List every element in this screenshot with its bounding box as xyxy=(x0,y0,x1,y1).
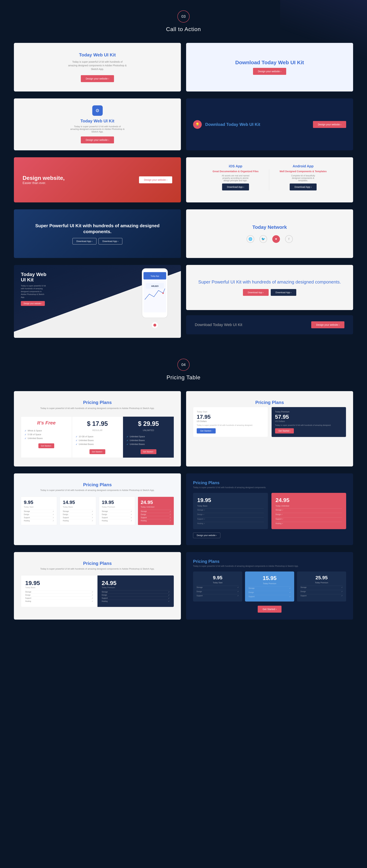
cta-7-content: Super Powerful UI Kit with hundreds of a… xyxy=(23,223,172,245)
pricing-card-6: Pricing Plans Today is super powerful UI… xyxy=(186,552,353,620)
pricing-unlimited-btn[interactable]: Get Started › xyxy=(141,449,157,454)
pricing-regular-btn[interactable]: Get Started › xyxy=(89,449,105,454)
p5-pf4: Hosting✓ xyxy=(102,600,170,603)
p6-uf3: Support✓ xyxy=(301,594,343,597)
p5-prem-label: Today Premium xyxy=(102,586,170,589)
pricing-premium-unit: US Dollars xyxy=(275,420,343,423)
cta-6-ios-btn[interactable]: Download App › xyxy=(222,184,249,190)
cta-col-right: Super Powerful UI Kit with hundreds of a… xyxy=(186,265,353,338)
phone-mockup-illustration: Today App 445,823 xyxy=(132,267,177,336)
p5-premium: 24.95 Today Premium Storage✓ Design✓ Sup… xyxy=(97,576,174,607)
cta-6-android-subtitle: Well Designed Components & Templates xyxy=(280,170,327,173)
network-icon-facebook[interactable]: f xyxy=(285,235,293,243)
cta-3-button[interactable]: Design your website › xyxy=(81,136,114,144)
p5-f1: Storage✓ xyxy=(25,590,93,593)
section-number-04: 04 xyxy=(181,363,186,367)
p5-pf3: Support✓ xyxy=(102,596,170,600)
pricing-premium-name: Today Premium xyxy=(275,410,343,413)
cta-1-button[interactable]: Design your website › xyxy=(81,75,114,82)
cta-6-android-btn[interactable]: Download App › xyxy=(290,184,317,190)
cta-8-title: Today Network xyxy=(252,224,287,230)
cta-4-content: 💡 Download Today Web UI Kit xyxy=(193,120,260,129)
p4d-f1: Storage ✓ xyxy=(197,508,264,512)
p5-f4: Hosting✓ xyxy=(25,600,93,603)
cta-11-title: Download Today Web UI Kit xyxy=(195,322,242,327)
svg-point-8 xyxy=(153,323,157,327)
cta-row-4: Super Powerful UI Kit with hundreds of a… xyxy=(14,209,353,258)
cta-card-5: Design website, Easier than ever. Design… xyxy=(14,157,181,203)
p4-start: 9.95 Today Start Storage✓ Design✓ Suppor… xyxy=(21,497,57,525)
pricing-row-2: Pricing Plans Today is super powerful UI… xyxy=(14,473,353,545)
p4-basic-f4: Hosting✓ xyxy=(63,519,93,522)
puf-3: ✓Unlimited Bases xyxy=(126,442,170,446)
p6-uf2: Design✓ xyxy=(301,590,343,593)
pricing-regular-val: $ 17.95 xyxy=(87,420,108,427)
p4-basic-val: 14.95 xyxy=(63,500,93,505)
p6-uf1: Storage✓ xyxy=(301,586,343,589)
cta-7-btn1[interactable]: Download App › xyxy=(73,238,96,244)
svg-point-4 xyxy=(162,292,164,294)
cta-7-title: Super Powerful UI Kit with hundreds of a… xyxy=(23,223,172,235)
pricing-1-tiers: It's Free ✓Whois & Space ✓5 GB of Space … xyxy=(21,416,174,458)
cta-row-2: ⚙ Today Web UI Kit Today is super powerf… xyxy=(14,98,353,150)
p5-pf2: Design✓ xyxy=(102,593,170,596)
section-title-03: Call to Action xyxy=(166,26,201,32)
cta-9-btn[interactable]: Design your website › xyxy=(21,301,45,306)
cta-8-network-icons: 🌐 🐦 ♥ f xyxy=(247,235,293,243)
pricing-card-2: Pricing Plans Today Start 17.95 US Dolla… xyxy=(186,391,353,466)
cta-7-buttons: Download App › Download App › xyxy=(23,238,172,244)
p6-ultimate: 25.95 Today Premium Storage✓ Design✓ Sup… xyxy=(297,571,346,601)
pricing-start-btn[interactable]: Get Started › xyxy=(197,428,216,433)
section-number-circle-04: 04 xyxy=(177,359,190,371)
cta-card-7: Super Powerful UI Kit with hundreds of a… xyxy=(14,209,181,258)
app-divider xyxy=(269,169,269,190)
pricing-free-features: ✓Whois & Space ✓5 GB of Space ✓Unlimited… xyxy=(25,429,68,440)
p5-basic-label: Today Basic xyxy=(25,586,93,589)
pricing-free-btn[interactable]: Get Started › xyxy=(38,443,54,448)
p4d-f2: Design ✓ xyxy=(197,513,264,516)
pricing-5-title: Pricing Plans xyxy=(21,561,174,566)
network-icon-globe[interactable]: 🌐 xyxy=(247,235,254,243)
p4-unlimited-f3: Support✓ xyxy=(141,516,171,519)
pricing-3-cols: 9.95 Today Start Storage✓ Design✓ Suppor… xyxy=(21,497,174,525)
network-icon-heart[interactable]: ♥ xyxy=(272,235,280,243)
pricing-6-btn[interactable]: Get Started › xyxy=(258,606,281,613)
pricing-card-5: Pricing Plans Today is super powerful UI… xyxy=(14,552,181,620)
p4-basic-label: Today Basic xyxy=(63,506,93,508)
cta-2-button[interactable]: Design your website › xyxy=(253,68,286,75)
p6-premium: 15.95 Today Premium Storage✓ Design✓ Sup… xyxy=(245,571,294,601)
p4-start-f3: Support✓ xyxy=(24,516,54,519)
pricing-4-btn-design[interactable]: Design your website › xyxy=(193,533,220,538)
pricing-premium: Today Premium 57.95 US Dollars Today is … xyxy=(272,407,346,437)
cta-5-button[interactable]: Design your website › xyxy=(139,176,172,183)
p4-premium: 19.95 Today Premium Storage✓ Design✓ Sup… xyxy=(99,497,135,525)
pricing-premium-val: 57.95 xyxy=(275,414,343,420)
cta-card-10: Super Powerful UI Kit with hundreds of a… xyxy=(186,265,353,310)
network-icon-twitter[interactable]: 🐦 xyxy=(259,235,267,243)
pricing-row-3: Pricing Plans Today is super powerful UI… xyxy=(14,552,353,620)
p6-start: 9.95 Today Start Storage✓ Design✓ Suppor… xyxy=(193,571,242,601)
prf-1: ✓10 GB of Space xyxy=(76,435,119,438)
pricing-premium-btn[interactable]: Get Started › xyxy=(275,428,294,433)
pricing-4-title: Pricing Plans xyxy=(193,480,346,485)
p4d-uf2: Design ✓ xyxy=(276,513,342,516)
p4-unlimited-val: 24.95 xyxy=(141,500,171,505)
cta-10-btn1[interactable]: Download App › xyxy=(243,289,269,296)
cta-4-button[interactable]: Design your website › xyxy=(313,121,346,128)
pricing-6-cols: 9.95 Today Start Storage✓ Design✓ Suppor… xyxy=(193,571,346,601)
pricing-2-title: Pricing Plans xyxy=(193,400,346,405)
cta-6-ios: iOS App Great Documentation & Organized … xyxy=(213,164,259,190)
cta-7-btn2[interactable]: Download App › xyxy=(98,238,122,244)
pricing-6-btn-wrap: Get Started › xyxy=(193,606,346,613)
p4-unlimited-f2: Design✓ xyxy=(141,513,171,516)
p4d-unl-label: Today Unlimited xyxy=(276,505,342,507)
p6-ult-val: 25.95 xyxy=(315,575,328,581)
p6-sf2: Design✓ xyxy=(197,590,239,593)
cta-5-title: Design website, xyxy=(23,175,65,181)
pricing-4-btns: Design your website › xyxy=(193,533,346,538)
p6-sf1: Storage✓ xyxy=(197,586,239,589)
cta-11-btn[interactable]: Design your website › xyxy=(311,321,344,328)
cta-10-title: Super Powerful UI Kit with hundreds of a… xyxy=(198,279,341,285)
pricing-regular-features: ✓10 GB of Space ✓Unlimited Bases ✓Unlimi… xyxy=(76,435,119,446)
cta-10-btn2[interactable]: Download App › xyxy=(271,289,297,296)
